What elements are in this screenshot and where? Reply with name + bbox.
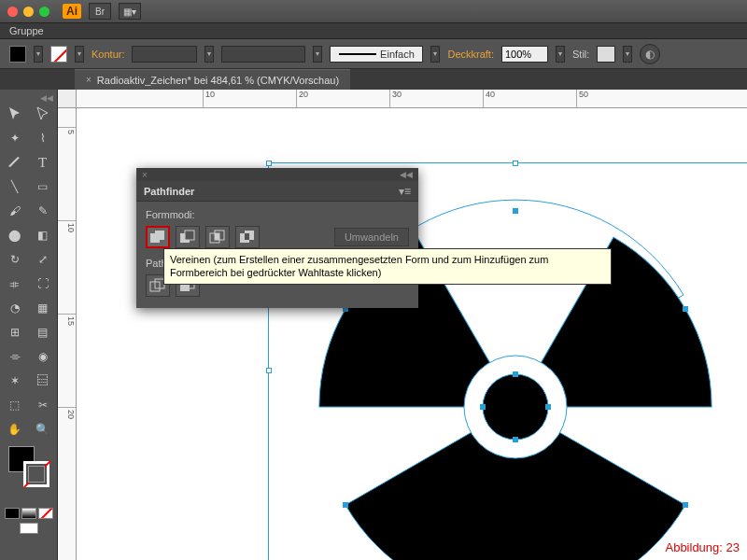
- style-dropdown[interactable]: ▾: [623, 46, 632, 63]
- fill-stroke-control[interactable]: [8, 446, 49, 487]
- stroke-profile-dropdown[interactable]: ▾: [313, 46, 322, 63]
- artboard-tool[interactable]: ⬚: [2, 394, 28, 416]
- formmodi-label: Formmodi:: [146, 209, 409, 220]
- umwandeln-button[interactable]: Umwandeln: [334, 228, 409, 246]
- style-swatch[interactable]: [597, 46, 615, 63]
- document-tab[interactable]: × Radioaktiv_Zeichen* bei 484,61 % (CMYK…: [75, 69, 350, 90]
- pencil-tool[interactable]: ✎: [30, 200, 56, 222]
- ruler-origin[interactable]: [58, 90, 77, 108]
- slice-tool[interactable]: ✂: [30, 394, 56, 416]
- kontur-label: Kontur:: [92, 49, 124, 60]
- window-controls: [7, 7, 49, 17]
- recolor-button[interactable]: ◐: [640, 44, 660, 64]
- stroke-weight-field[interactable]: [132, 46, 197, 63]
- fill-swatch[interactable]: [9, 46, 26, 63]
- selection-type-bar: Gruppe: [0, 22, 747, 39]
- close-window-icon[interactable]: [7, 7, 18, 17]
- panel-tab-row: Pathfinder ▾≡: [136, 181, 418, 202]
- app-badge: Ai: [63, 4, 81, 19]
- svg-rect-6: [343, 502, 348, 508]
- selection-label: Gruppe: [9, 25, 44, 36]
- brush-dropdown[interactable]: ▾: [430, 46, 440, 63]
- tooltip: Vereinen (zum Erstellen einer zusammenge…: [163, 248, 612, 285]
- magic-wand-tool[interactable]: ✦: [2, 127, 28, 149]
- svg-rect-18: [215, 233, 219, 240]
- panel-collapse-icon[interactable]: ◀◀: [400, 170, 413, 179]
- svg-rect-8: [513, 371, 518, 377]
- intersect-button[interactable]: [205, 226, 230, 248]
- stroke-profile-field[interactable]: [221, 46, 305, 63]
- fill-dropdown[interactable]: ▾: [34, 46, 43, 63]
- minimize-window-icon[interactable]: [23, 7, 34, 17]
- brush-field[interactable]: Einfach: [330, 46, 423, 63]
- panel-header-strip[interactable]: × ◀◀: [136, 168, 418, 181]
- stil-label: Stil:: [572, 49, 589, 60]
- close-tab-icon[interactable]: ×: [86, 75, 92, 85]
- selection-tool[interactable]: [2, 103, 28, 125]
- screen-mode-row: [20, 523, 38, 534]
- svg-rect-2: [513, 208, 518, 214]
- opacity-dropdown[interactable]: ▾: [556, 46, 565, 63]
- ruler-vertical[interactable]: 5 10 15 20: [58, 108, 77, 560]
- gradient-tool[interactable]: ▤: [30, 321, 56, 343]
- toolbox-collapse[interactable]: ◀◀: [40, 93, 57, 103]
- color-mode-gradient[interactable]: [21, 508, 36, 519]
- svg-rect-11: [545, 404, 551, 410]
- svg-rect-5: [683, 306, 688, 312]
- line-tool[interactable]: ╲: [2, 175, 28, 198]
- shape-builder-tool[interactable]: ◔: [2, 297, 28, 319]
- perspective-tool[interactable]: ▦: [30, 297, 56, 319]
- panel-close-icon[interactable]: ×: [142, 170, 148, 180]
- width-tool[interactable]: ⟚: [2, 273, 28, 295]
- blob-brush-tool[interactable]: ⬤: [2, 224, 28, 246]
- rotate-tool[interactable]: ↻: [2, 248, 28, 271]
- symbol-sprayer-tool[interactable]: ✶: [2, 370, 28, 392]
- mesh-tool[interactable]: ⊞: [2, 321, 28, 343]
- svg-rect-21: [245, 233, 249, 240]
- workspace: ◀◀ ✦ ⌇ T ╲ ▭ 🖌 ✎ ⬤ ◧ ↻ ⤢ ⟚ ⛶ ◔ ▦ ⊞ ▤ ⌯ ◉…: [0, 90, 747, 560]
- opacity-input[interactable]: [501, 46, 548, 63]
- pathfinder-panel: × ◀◀ Pathfinder ▾≡ Formmodi: Umwandeln P…: [136, 168, 418, 308]
- stroke-swatch[interactable]: [50, 46, 67, 63]
- tool-grid: ✦ ⌇ T ╲ ▭ 🖌 ✎ ⬤ ◧ ↻ ⤢ ⟚ ⛶ ◔ ▦ ⊞ ▤ ⌯ ◉ ✶ …: [2, 103, 56, 441]
- canvas-area: 10 20 30 40 50 5 10 15 20: [58, 90, 747, 560]
- free-transform-tool[interactable]: ⛶: [30, 273, 56, 295]
- stroke-square[interactable]: [23, 461, 49, 487]
- type-tool[interactable]: T: [30, 151, 56, 174]
- hand-tool[interactable]: ✋: [2, 418, 28, 441]
- svg-rect-7: [683, 502, 688, 508]
- lasso-tool[interactable]: ⌇: [30, 127, 56, 149]
- exclude-button[interactable]: [235, 226, 260, 248]
- svg-rect-9: [513, 437, 518, 442]
- pen-tool[interactable]: [2, 151, 28, 174]
- titlebar: Ai Br ▦▾: [0, 0, 747, 22]
- color-mode-none[interactable]: [38, 508, 53, 519]
- stroke-weight-dropdown[interactable]: ▾: [204, 46, 214, 63]
- direct-selection-tool[interactable]: [30, 103, 56, 125]
- toolbox: ◀◀ ✦ ⌇ T ╲ ▭ 🖌 ✎ ⬤ ◧ ↻ ⤢ ⟚ ⛶ ◔ ▦ ⊞ ▤ ⌯ ◉…: [0, 90, 58, 560]
- paintbrush-tool[interactable]: 🖌: [2, 200, 28, 222]
- minus-front-button[interactable]: [176, 226, 200, 248]
- scale-tool[interactable]: ⤢: [30, 248, 56, 271]
- svg-rect-10: [480, 404, 486, 410]
- graph-tool[interactable]: ⿳: [30, 370, 56, 392]
- bridge-button[interactable]: Br: [89, 3, 111, 20]
- svg-point-1: [483, 374, 548, 440]
- screen-mode[interactable]: [20, 523, 38, 534]
- zoom-window-icon[interactable]: [39, 7, 49, 17]
- eraser-tool[interactable]: ◧: [30, 224, 56, 246]
- arrange-button[interactable]: ▦▾: [119, 3, 141, 20]
- zoom-tool[interactable]: 🔍: [30, 418, 56, 441]
- stroke-dropdown[interactable]: ▾: [75, 46, 84, 63]
- blend-tool[interactable]: ◉: [30, 345, 56, 368]
- color-mode-row: [5, 508, 53, 519]
- document-title: Radioaktiv_Zeichen* bei 484,61 % (CMYK/V…: [97, 75, 339, 86]
- color-mode-solid[interactable]: [5, 508, 20, 519]
- unite-button[interactable]: [146, 226, 170, 248]
- ruler-horizontal[interactable]: 10 20 30 40 50: [77, 90, 747, 108]
- rectangle-tool[interactable]: ▭: [30, 175, 56, 198]
- panel-menu-icon[interactable]: ▾≡: [399, 185, 411, 198]
- eyedropper-tool[interactable]: ⌯: [2, 345, 28, 368]
- pathfinder-tab[interactable]: Pathfinder: [144, 186, 194, 197]
- figure-caption: Abbildung: 23: [665, 540, 740, 554]
